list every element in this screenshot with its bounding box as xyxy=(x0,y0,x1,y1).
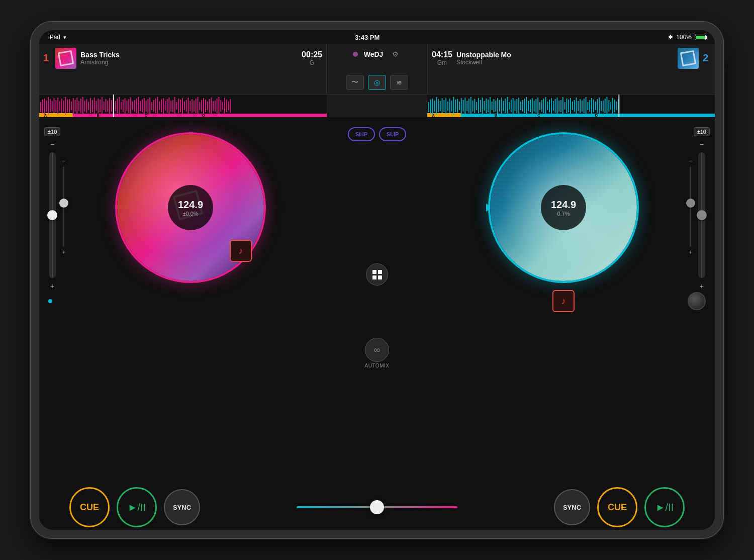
svg-rect-34 xyxy=(90,98,91,113)
bluetooth-icon: ✱ xyxy=(668,34,673,41)
svg-rect-21 xyxy=(65,97,66,115)
svg-rect-210 xyxy=(608,100,609,112)
grid-dot-1 xyxy=(372,270,376,274)
svg-rect-131 xyxy=(457,99,458,113)
svg-rect-140 xyxy=(474,99,475,113)
svg-rect-38 xyxy=(98,99,99,113)
svg-rect-206 xyxy=(601,101,602,111)
crossfader-container xyxy=(200,506,554,508)
svg-rect-133 xyxy=(461,98,462,114)
svg-rect-162 xyxy=(516,99,517,113)
deck2-info: 2 Unstoppable Mo Stockwell 04:15 Gm xyxy=(427,44,715,94)
svg-rect-127 xyxy=(449,99,450,113)
grid-dot-3 xyxy=(372,275,376,279)
cue-button-left[interactable]: CUE xyxy=(69,487,110,527)
svg-rect-146 xyxy=(486,99,487,113)
svg-rect-194 xyxy=(578,101,579,111)
cue-pad-button-left[interactable]: ♪ xyxy=(230,240,252,262)
turntable-right[interactable]: 124.9 0.7% xyxy=(488,132,639,283)
cue-button-right[interactable]: CUE xyxy=(597,487,637,527)
svg-rect-37 xyxy=(96,101,97,111)
play-button-left[interactable]: ►/II xyxy=(117,487,157,527)
svg-rect-40 xyxy=(102,97,103,115)
svg-rect-94 xyxy=(205,100,206,112)
svg-rect-212 xyxy=(612,98,613,114)
deck2-artwork xyxy=(678,48,699,69)
svg-rect-99 xyxy=(215,101,216,112)
pitch-slider-right[interactable] xyxy=(698,152,705,278)
center-controls: SLIP SLIP xyxy=(342,117,412,485)
fader-track-left[interactable] xyxy=(63,166,64,247)
svg-rect-87 xyxy=(192,99,193,113)
svg-rect-33 xyxy=(88,102,89,110)
waveform-btn[interactable]: 〜 xyxy=(346,75,364,90)
sync-button-left[interactable]: SYNC xyxy=(164,489,200,525)
deck1-time-box: 00:25 G xyxy=(302,50,322,66)
svg-rect-184 xyxy=(558,101,559,112)
sync-button-right[interactable]: SYNC xyxy=(554,489,590,525)
battery-fill xyxy=(696,36,705,39)
svg-rect-165 xyxy=(522,100,523,112)
svg-rect-97 xyxy=(211,98,212,114)
svg-rect-174 xyxy=(539,102,540,110)
svg-rect-205 xyxy=(599,98,600,114)
slip-button-left[interactable]: SLIP xyxy=(348,127,375,141)
svg-rect-118 xyxy=(432,99,433,115)
svg-rect-76 xyxy=(170,101,171,112)
svg-rect-48 xyxy=(117,99,118,113)
svg-rect-84 xyxy=(186,100,187,112)
svg-rect-180 xyxy=(551,98,552,114)
svg-rect-58 xyxy=(136,99,137,113)
center-panel: WeDJ ⚙ 〜 ◎ ≋ xyxy=(327,44,427,94)
waveform-left: A B C D xyxy=(39,95,327,117)
right-deck-area: ±10 − + − + xyxy=(412,117,715,485)
automix-button[interactable]: ∞ AUTOMIX xyxy=(365,338,390,368)
svg-rect-124 xyxy=(443,100,444,112)
ipad-label: iPad xyxy=(48,34,60,41)
svg-rect-214 xyxy=(616,102,617,110)
pitch-slider-left[interactable] xyxy=(49,152,56,278)
svg-rect-208 xyxy=(605,99,606,113)
grid-button[interactable] xyxy=(366,263,388,286)
svg-rect-91 xyxy=(199,102,200,110)
vol-plus-left: + xyxy=(62,249,65,256)
svg-text:B: B xyxy=(494,113,497,117)
svg-rect-59 xyxy=(138,97,139,115)
svg-rect-196 xyxy=(582,101,583,112)
svg-rect-92 xyxy=(201,100,202,112)
svg-rect-50 xyxy=(121,102,122,110)
gear-button[interactable]: ⚙ xyxy=(389,48,401,60)
svg-rect-57 xyxy=(134,100,135,112)
crossfader-handle[interactable] xyxy=(370,500,384,514)
svg-rect-130 xyxy=(455,100,456,112)
svg-rect-44 xyxy=(109,98,110,114)
svg-rect-67 xyxy=(153,100,154,112)
vinyl-btn[interactable]: ◎ xyxy=(368,75,386,90)
dj-main: ±10 − + − + xyxy=(39,117,715,485)
svg-rect-63 xyxy=(146,101,147,112)
bottom-right-buttons: SYNC CUE ►/II xyxy=(554,487,685,527)
slip-button-right[interactable]: SLIP xyxy=(379,127,406,141)
svg-rect-170 xyxy=(532,98,533,114)
svg-rect-47 xyxy=(115,101,116,111)
svg-rect-19 xyxy=(61,99,62,113)
fader-track-right[interactable] xyxy=(690,166,691,247)
pitch-minus-right: − xyxy=(700,140,704,148)
svg-rect-13 xyxy=(50,99,51,112)
svg-rect-20 xyxy=(63,101,64,112)
svg-rect-126 xyxy=(447,102,448,111)
svg-rect-156 xyxy=(505,99,506,113)
play-button-right[interactable]: ►/II xyxy=(644,487,685,527)
cue-pad-button-right[interactable]: ♪ xyxy=(552,290,575,312)
eq-btn[interactable]: ≋ xyxy=(390,75,408,90)
deck2-time-box: 04:15 Gm xyxy=(432,50,452,66)
svg-rect-121 xyxy=(438,99,439,112)
svg-rect-125 xyxy=(445,98,446,114)
crossfader-track[interactable] xyxy=(297,506,457,508)
svg-rect-141 xyxy=(476,102,477,110)
svg-rect-190 xyxy=(570,98,571,114)
svg-rect-166 xyxy=(524,99,525,113)
deck2-track-name: Unstoppable Mo xyxy=(456,51,674,59)
knob-large-right[interactable] xyxy=(688,292,706,310)
app-name: WeDJ xyxy=(364,50,384,58)
